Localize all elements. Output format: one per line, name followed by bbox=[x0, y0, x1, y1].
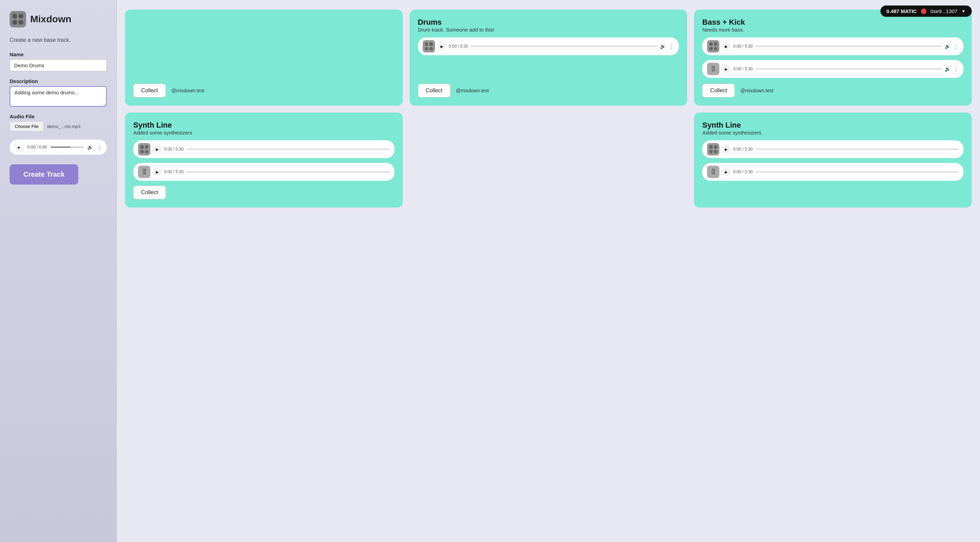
progress-synth2-2[interactable] bbox=[756, 171, 959, 173]
time-synth2-1: 0:00 / 5:30 bbox=[733, 147, 752, 152]
track-card-synth-2: Synth Line Added some synthesizers ▶ 0:0… bbox=[694, 113, 972, 208]
file-name-display: demo_...ms.mp3 bbox=[47, 124, 80, 129]
card-footer-drums: Collect @mixdown.test bbox=[418, 84, 679, 97]
track-desc-bass-kick: Needs more bass. bbox=[702, 27, 964, 33]
volume-icon-drums-1[interactable]: 🔊 bbox=[660, 44, 666, 49]
description-field-group: Description Adding some demo drums... bbox=[10, 78, 107, 107]
play-button-drums-1[interactable]: ▶ bbox=[438, 42, 446, 51]
volume-icon[interactable]: 🔊 bbox=[87, 144, 93, 150]
time-synth2-2: 0:00 / 5:30 bbox=[733, 170, 752, 174]
progress-synth2-1[interactable] bbox=[756, 149, 959, 150]
track-title-synth-2: Synth Line bbox=[702, 121, 964, 130]
collect-button-drums[interactable]: Collect bbox=[418, 84, 450, 97]
tracks-grid: Collect @mixdown.test Drums Drum track. … bbox=[125, 7, 972, 208]
grid-dot-3 bbox=[425, 47, 428, 51]
app-logo-icon bbox=[10, 11, 26, 27]
track-card-synth-1: Synth Line Added some synthesizers ▶ 0:0… bbox=[125, 113, 403, 208]
time-synth1-1: 0:00 / 5:30 bbox=[164, 147, 184, 152]
card-footer-synth-1: Collect bbox=[133, 185, 395, 199]
collect-button-bass[interactable]: Collect bbox=[702, 84, 735, 97]
progress-synth1-2[interactable] bbox=[186, 171, 390, 173]
main-content: Collect @mixdown.test Drums Drum track. … bbox=[117, 0, 980, 542]
collect-button-partial[interactable]: Collect bbox=[133, 84, 166, 97]
audio-file-field-group: Audio File Choose File demo_...ms.mp3 bbox=[10, 114, 107, 132]
audio-control-bass-1: ▶ 0:00 / 5:30 🔊 ⋮ bbox=[702, 37, 964, 55]
logo-row: Mixdown bbox=[10, 11, 107, 27]
collect-button-synth-1[interactable]: Collect bbox=[133, 185, 166, 199]
wallet-amount: 0.487 MATIC bbox=[886, 8, 917, 14]
track-title-drums: Drums bbox=[418, 18, 679, 27]
more-icon-drums-1[interactable]: ⋮ bbox=[668, 43, 674, 50]
create-track-button[interactable]: Create Track bbox=[10, 164, 78, 185]
progress-bass-2[interactable] bbox=[756, 68, 942, 70]
logo-dot-3 bbox=[12, 20, 17, 25]
track-title-synth-1: Synth Line bbox=[133, 121, 395, 130]
fader-icon-bass: 🎛 bbox=[707, 63, 719, 75]
fader-icon-synth-2: 🎛 bbox=[707, 166, 719, 178]
play-button-synth2-1[interactable]: ▶ bbox=[722, 145, 730, 153]
owner-tag-partial: @mixdown.test bbox=[171, 88, 204, 93]
card-header-synth-1: Synth Line Added some synthesizers bbox=[133, 121, 395, 135]
track-desc-synth-2: Added some synthesizers bbox=[702, 130, 964, 135]
more-icon-bass-1[interactable]: ⋮ bbox=[953, 43, 959, 50]
owner-tag-bass: @mixdown.test bbox=[740, 88, 773, 93]
audio-file-label: Audio File bbox=[10, 114, 107, 119]
description-label: Description bbox=[10, 78, 107, 84]
play-button-synth1-1[interactable]: ▶ bbox=[153, 145, 161, 153]
name-input[interactable] bbox=[10, 59, 107, 71]
card-spacer bbox=[133, 15, 395, 79]
description-input[interactable]: Adding some demo drums... bbox=[10, 86, 107, 107]
play-button-bass-2[interactable]: ▶ bbox=[722, 65, 730, 73]
preview-play-button[interactable]: ▶ bbox=[14, 143, 24, 152]
more-icon-bass-2[interactable]: ⋮ bbox=[953, 66, 959, 72]
track-card-bass-kick: Bass + Kick Needs more bass. ▶ 0:00 / 5:… bbox=[694, 10, 972, 106]
card-footer-partial: Collect @mixdown.test bbox=[133, 84, 395, 97]
wallet-bar: 0.487 MATIC 0xe9...1307 ▼ bbox=[880, 5, 972, 17]
time-bass-1: 0:00 / 5:30 bbox=[733, 44, 752, 49]
wallet-dot bbox=[921, 9, 926, 14]
audio-control-synth1-1: ▶ 0:00 / 5:30 bbox=[133, 140, 395, 158]
volume-icon-bass-1[interactable]: 🔊 bbox=[945, 44, 950, 49]
preview-time: 0:00 / 0:45 bbox=[27, 145, 47, 150]
volume-icon-bass-2[interactable]: 🔊 bbox=[945, 66, 950, 72]
sidebar: Mixdown Create a new base track. Name De… bbox=[0, 0, 117, 542]
grid-placeholder bbox=[410, 113, 687, 208]
progress-synth1-1[interactable] bbox=[186, 149, 390, 150]
logo-dot-4 bbox=[19, 20, 23, 25]
owner-tag-drums: @mixdown.test bbox=[456, 88, 489, 93]
file-row: Choose File demo_...ms.mp3 bbox=[10, 121, 107, 132]
fader-icon-synth-1: 🎛 bbox=[138, 166, 150, 178]
track-desc-drums: Drum track. Someone add to this! bbox=[418, 27, 679, 33]
name-field-group: Name bbox=[10, 51, 107, 71]
progress-drums-1[interactable] bbox=[471, 46, 657, 47]
grid-dot-1 bbox=[425, 42, 428, 46]
choose-file-button[interactable]: Choose File bbox=[10, 121, 44, 132]
grid-icon-drums bbox=[423, 40, 435, 52]
progress-bass-1[interactable] bbox=[756, 46, 942, 47]
audio-preview-player: ▶ 0:00 / 0:45 🔊 ⋮ bbox=[10, 139, 107, 155]
time-drums-1: 0:00 / 5:30 bbox=[449, 44, 468, 49]
play-button-synth1-2[interactable]: ▶ bbox=[153, 168, 161, 176]
card-title-drums: Drums Drum track. Someone add to this! bbox=[418, 18, 679, 33]
grid-dot-2 bbox=[429, 42, 433, 46]
play-button-synth2-2[interactable]: ▶ bbox=[722, 168, 730, 176]
time-bass-2: 0:00 / 5:30 bbox=[733, 67, 752, 71]
card-header-bass-kick: Bass + Kick Needs more bass. bbox=[702, 18, 964, 33]
time-synth1-2: 0:00 / 5:30 bbox=[164, 170, 184, 174]
audio-control-bass-2: 🎛 ▶ 0:00 / 5:30 🔊 ⋮ bbox=[702, 60, 964, 78]
audio-control-synth1-2: 🎛 ▶ 0:00 / 5:30 bbox=[133, 163, 395, 181]
wallet-chevron-icon[interactable]: ▼ bbox=[961, 9, 966, 14]
audio-control-synth2-2: 🎛 ▶ 0:00 / 5:30 bbox=[702, 163, 964, 181]
grid-icon-synth-2 bbox=[707, 143, 719, 155]
track-card-partial-top: Collect @mixdown.test bbox=[125, 10, 403, 106]
track-card-drums: Drums Drum track. Someone add to this! ▶… bbox=[410, 10, 687, 106]
preview-progress-bar[interactable] bbox=[51, 146, 84, 148]
audio-control-drums-1: ▶ 0:00 / 5:30 🔊 ⋮ bbox=[418, 37, 679, 55]
track-desc-synth-1: Added some synthesizers bbox=[133, 130, 395, 135]
play-button-bass-1[interactable]: ▶ bbox=[722, 42, 730, 51]
preview-progress-fill bbox=[51, 146, 70, 148]
track-title-bass-kick: Bass + Kick bbox=[702, 18, 964, 27]
more-options-icon[interactable]: ⋮ bbox=[97, 144, 102, 151]
card-header-synth-2: Synth Line Added some synthesizers bbox=[702, 121, 964, 135]
name-label: Name bbox=[10, 51, 107, 57]
